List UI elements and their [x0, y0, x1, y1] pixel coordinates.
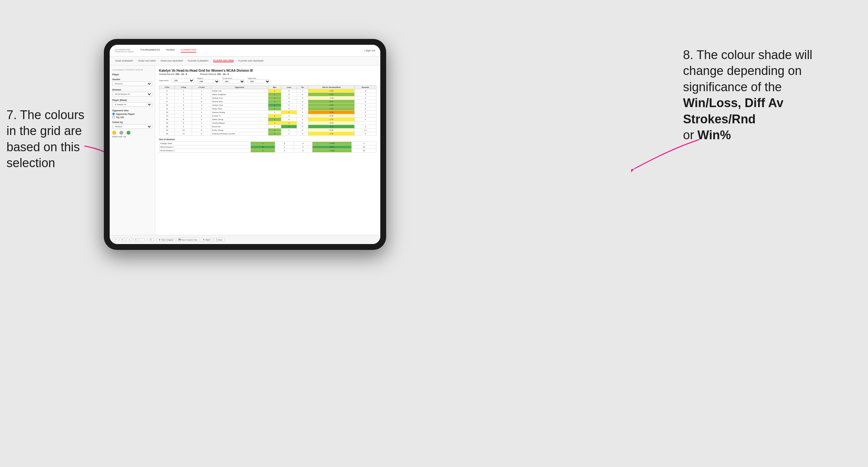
sidebar-division-select[interactable]: NCAA Division III	[112, 92, 152, 96]
cell-diff: 1.33	[308, 132, 355, 136]
cell-reg: 1	[175, 89, 192, 93]
cell-diff: 1.50	[308, 89, 355, 93]
tab-team-h2h-grid[interactable]: TEAM H2H GRID	[138, 60, 156, 62]
logo: SCOREBOARD Powered by clippd	[115, 49, 134, 53]
col-loss: Loss	[281, 86, 297, 89]
clock-btn[interactable]: ⏱	[148, 238, 154, 242]
col-div: # Div	[159, 86, 175, 89]
radio-top100-input[interactable]	[112, 116, 115, 119]
sidebar-player-rank-section: Player (Rank) 8. Katelyn Vo	[112, 99, 152, 107]
forward-btn[interactable]: ↪	[127, 238, 132, 242]
nav-teams[interactable]: TEAMS	[166, 49, 175, 53]
sidebar-radio-opponents-played[interactable]: Opponents Played	[112, 113, 152, 115]
cell-opponent: Andrea York	[211, 103, 268, 107]
cell-win: 1	[268, 93, 281, 96]
share-btn[interactable]: ⎡ Share	[214, 238, 225, 242]
nav-sign-out[interactable]: | Sign out	[364, 49, 375, 52]
cell-rounds: 6	[355, 132, 376, 136]
tab-team-summary[interactable]: TEAM SUMMARY	[115, 60, 133, 62]
cell-win: 4	[268, 128, 281, 132]
table-row: 20 11 7 Federica Domecq Lacroze 2 1 0 1.…	[159, 132, 376, 136]
cell-diff: -1.00	[308, 96, 355, 100]
out-division-row: NCAA Division 2 5 0 0 7.400 10	[159, 149, 376, 153]
cell-conf: 1	[192, 121, 211, 125]
nav-committee[interactable]: COMMITTEE	[181, 49, 196, 53]
col-tie: Tie	[297, 86, 308, 89]
cell-tie: 0	[297, 103, 308, 107]
conference-filter-group: Conference (All)	[222, 77, 245, 84]
cell-out-loss: 0	[275, 145, 294, 149]
cell-win: 2	[268, 114, 281, 118]
region-filter-label: Region	[197, 77, 220, 79]
out-division-row: NAIA Division 1 15 0 0 9.267 30	[159, 145, 376, 149]
cell-rounds: 2	[355, 125, 376, 128]
cell-rounds: 3	[355, 93, 376, 96]
cell-tie: 0	[297, 107, 308, 111]
cell-opponent: Euna Lee	[211, 125, 268, 128]
table-row: 10 6 3 Andrea York 2 0 0 4.00 4	[159, 103, 376, 107]
cell-out-opponent: Foreign Team	[159, 142, 251, 145]
cell-out-rounds: 30	[352, 145, 376, 149]
view-original-btn[interactable]: 👁 View: Original	[157, 238, 175, 242]
sidebar-player-rank-select[interactable]: 8. Katelyn Vo	[112, 102, 152, 107]
table-row: 11 5 2 Heejo Hyun 1 0 0 3.33 3	[159, 107, 376, 111]
paste-btn[interactable]: ↕	[140, 238, 145, 242]
table-row: 18 2 2 Euna Lee 0 3 0 -5.00 2	[159, 125, 376, 128]
sidebar-colour-by-select[interactable]: Win/loss	[112, 124, 152, 129]
cell-out-tie: 0	[294, 145, 312, 149]
sidebar-colour-section: Colour by Win/loss Down Level Up	[112, 121, 152, 137]
save-custom-btn[interactable]: 💾 Save Custom View	[177, 238, 199, 242]
sidebar-radio-top100[interactable]: Top 100	[112, 116, 152, 119]
table-header-row: # Div # Reg # Conf Opponent Win Loss Tie…	[159, 86, 376, 89]
col-rounds: Rounds	[355, 86, 376, 89]
cell-tie: 0	[297, 121, 308, 125]
cell-reg: 1	[175, 100, 192, 103]
cell-diff: 1.25	[308, 118, 355, 121]
colour-label-up: Up	[123, 136, 127, 137]
tablet-frame: SCOREBOARD Powered by clippd TOURNAMENTS…	[104, 39, 386, 250]
cell-reg: 8	[175, 118, 192, 121]
cell-opponent: Emily Chang	[211, 128, 268, 132]
tab-player-h2h-heatmap[interactable]: PLAYER H2H HEATMAP	[238, 60, 264, 62]
cell-out-tie: 0	[294, 142, 312, 145]
cell-out-opponent: NCAA Division 2	[159, 149, 251, 153]
cell-loss: 2	[281, 121, 297, 125]
cell-opponent: Alexis Sudjianto	[211, 93, 268, 96]
table-row: 5 2 2 Alexis Sudjianto 1 0 0 4.00 3	[159, 93, 376, 96]
copy-btn[interactable]: ⎘	[133, 238, 138, 242]
cell-win: 1	[268, 121, 281, 125]
cell-reg: 2	[175, 93, 192, 96]
sidebar-player-section: Player	[112, 73, 152, 75]
opponents-filter-select[interactable]: (All)	[172, 79, 194, 83]
conference-filter-select[interactable]: (All)	[222, 80, 245, 84]
radio-opponents-played-input[interactable]	[112, 113, 115, 115]
cell-conf: 4	[192, 100, 211, 103]
cell-conf: 2	[192, 93, 211, 96]
sidebar-gender-select[interactable]: Women's	[112, 82, 152, 86]
cell-tie: 0	[297, 111, 308, 114]
tab-player-summary[interactable]: PLAYER SUMMARY	[188, 60, 209, 62]
cell-win: 1	[268, 107, 281, 111]
cell-div: 5	[159, 93, 175, 96]
sidebar-division-label: Division	[112, 89, 152, 91]
cell-out-diff: 9.267	[312, 145, 352, 149]
cell-diff: -5.00	[308, 125, 355, 128]
overall-record: Overall Record: 353 - 34 - 6	[159, 73, 187, 75]
tab-player-h2h-grid[interactable]: PLAYER H2H GRID	[213, 59, 234, 62]
cell-reg: 3	[175, 96, 192, 100]
cell-reg: 7	[175, 114, 192, 118]
region-filter-select[interactable]: (All)	[197, 80, 220, 84]
cell-div: 9	[159, 100, 175, 103]
undo-btn[interactable]: ↩	[113, 238, 118, 242]
table-row: 9 1 4 Sharon Mun 1 0 0 3.67 3	[159, 100, 376, 103]
dot-level	[119, 131, 123, 135]
opponent-filter-select[interactable]: (All)	[248, 80, 270, 84]
redo-btn[interactable]: ↻	[120, 238, 125, 242]
watch-btn[interactable]: 👁 Watch	[201, 238, 213, 242]
cell-diff: 3.67	[308, 100, 355, 103]
cell-rounds: 4	[355, 103, 376, 107]
tab-team-h2h-heatmap[interactable]: TEAM H2H HEATMAP	[160, 60, 183, 62]
nav-tournaments[interactable]: TOURNAMENTS	[140, 49, 160, 53]
table-row: 16 9 1 Jessica Mason 1 2 0 -0.94	[159, 121, 376, 125]
cell-loss: 1	[281, 128, 297, 132]
